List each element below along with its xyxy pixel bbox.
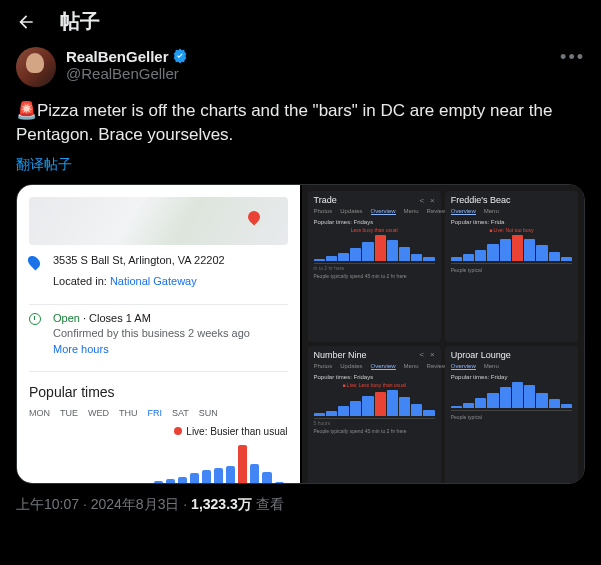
location-pin-icon bbox=[26, 254, 43, 271]
translate-link[interactable]: 翻译帖子 bbox=[16, 156, 72, 174]
live-dot-icon bbox=[174, 427, 182, 435]
post-text: 🚨Pizza meter is off the charts and the "… bbox=[16, 99, 585, 147]
located-in-link: National Gateway bbox=[110, 275, 197, 287]
verified-badge-icon bbox=[171, 47, 189, 65]
address-text: 3535 S Ball St, Arlington, VA 22202 bbox=[53, 253, 288, 268]
days-tabs: MON TUE WED THU FRI SAT SUN bbox=[29, 408, 288, 418]
user-handle[interactable]: @RealBenGeller bbox=[66, 65, 550, 82]
panel-trade: Trade<× PhotosUpdatesOverviewMenuReviews… bbox=[308, 191, 441, 342]
share-icon: < bbox=[419, 196, 424, 205]
panel-number-nine: Number Nine<× PhotosUpdatesOverviewMenuR… bbox=[308, 346, 441, 484]
close-icon: × bbox=[430, 350, 435, 359]
media-image-right[interactable]: Trade<× PhotosUpdatesOverviewMenuReviews… bbox=[302, 185, 585, 484]
more-button[interactable]: ••• bbox=[560, 47, 585, 68]
media-image-left[interactable]: 3535 S Ball St, Arlington, VA 22202 Loca… bbox=[17, 185, 300, 484]
panel-freddies: Freddie's Beac OverviewMenu Popular time… bbox=[445, 191, 578, 342]
post-meta: 上午10:07 · 2024年8月3日 · 1,323.3万 查看 bbox=[16, 496, 585, 514]
share-icon: < bbox=[419, 350, 424, 359]
avatar[interactable] bbox=[16, 47, 56, 87]
page-title: 帖子 bbox=[60, 8, 100, 35]
clock-icon bbox=[29, 313, 41, 325]
popular-times-heading: Popular times bbox=[29, 384, 288, 400]
map-pin-icon bbox=[245, 209, 262, 226]
media-grid[interactable]: 3535 S Ball St, Arlington, VA 22202 Loca… bbox=[16, 184, 585, 484]
map-thumbnail bbox=[29, 197, 288, 245]
tweet: RealBenGeller @RealBenGeller ••• 🚨Pizza … bbox=[0, 43, 601, 526]
display-name[interactable]: RealBenGeller bbox=[66, 48, 169, 65]
back-arrow-icon[interactable] bbox=[16, 12, 36, 32]
panel-uproar: Uproar Lounge OverviewMenu Popular times… bbox=[445, 346, 578, 484]
popular-times-chart bbox=[29, 443, 288, 484]
close-icon: × bbox=[430, 196, 435, 205]
